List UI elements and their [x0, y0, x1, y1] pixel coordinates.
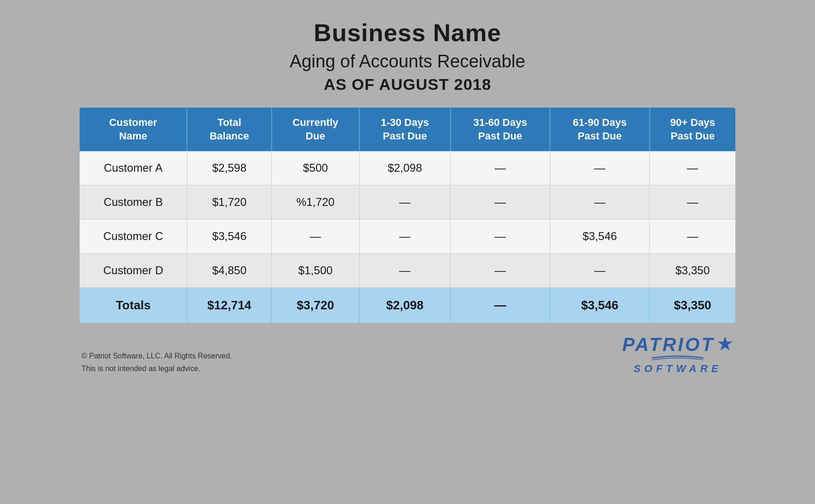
aging-table: CustomerName TotalBalance CurrentlyDue 1…: [80, 108, 735, 323]
table-row: Customer D$4,850$1,500———$3,350: [80, 254, 735, 288]
star-icon: [717, 336, 734, 352]
table-row: Customer B$1,720%1,720————: [80, 185, 735, 219]
col-header-31-60: 31-60 DaysPast Due: [451, 108, 550, 151]
col-header-90plus: 90+ DaysPast Due: [650, 108, 735, 151]
svg-marker-0: [718, 336, 733, 351]
row-1-col-6: —: [650, 185, 735, 219]
footer-text: © Patriot Software, LLC. All Rights Rese…: [82, 350, 232, 375]
copyright-line1: © Patriot Software, LLC. All Rights Rese…: [82, 350, 232, 362]
row-3-col-4: —: [451, 254, 550, 288]
totals-label: Totals: [80, 288, 187, 323]
report-container: Business Name Aging of Accounts Receivab…: [80, 19, 735, 375]
row-0-col-1: $2,598: [187, 151, 271, 185]
software-text: SOFTWARE: [634, 363, 722, 375]
table-row: Customer A$2,598$500$2,098———: [80, 151, 735, 185]
col-header-total: TotalBalance: [187, 108, 271, 151]
row-3-col-6: $3,350: [650, 254, 735, 288]
business-name: Business Name: [80, 19, 735, 47]
logo-star-container: [717, 336, 734, 354]
col-header-current: CurrentlyDue: [272, 108, 359, 151]
row-0-col-4: —: [451, 151, 550, 185]
swoosh-icon: [650, 354, 706, 362]
totals-row: Totals $12,714 $3,720 $2,098 — $3,546 $3…: [80, 288, 735, 323]
report-title: Aging of Accounts Receivable: [80, 51, 735, 72]
totals-currently-due: $3,720: [272, 288, 359, 323]
row-2-col-2: —: [272, 219, 359, 254]
row-1-col-4: —: [451, 185, 550, 219]
row-3-col-2: $1,500: [272, 254, 359, 288]
table-row: Customer C$3,546———$3,546—: [80, 219, 735, 254]
row-2-col-6: —: [650, 219, 735, 254]
row-0-col-6: —: [650, 151, 735, 185]
report-header: Business Name Aging of Accounts Receivab…: [80, 19, 735, 94]
table-header-row: CustomerName TotalBalance CurrentlyDue 1…: [80, 108, 735, 151]
patriot-logo: PATRIOT SOFTWARE: [622, 334, 734, 375]
copyright-line2: This is not intended as legal advice.: [82, 362, 232, 375]
col-header-1-30: 1-30 DaysPast Due: [359, 108, 451, 151]
row-1-col-1: $1,720: [187, 185, 271, 219]
row-3-col-0: Customer D: [80, 254, 187, 288]
row-3-col-3: —: [359, 254, 451, 288]
row-0-col-0: Customer A: [80, 151, 187, 185]
row-0-col-3: $2,098: [359, 151, 451, 185]
logo-top-row: PATRIOT: [622, 334, 734, 355]
col-header-61-90: 61-90 DaysPast Due: [550, 108, 650, 151]
totals-31-60: —: [451, 288, 550, 323]
row-2-col-4: —: [451, 219, 550, 254]
row-2-col-3: —: [359, 219, 451, 254]
totals-total-balance: $12,714: [187, 288, 271, 323]
row-1-col-3: —: [359, 185, 451, 219]
row-0-col-2: $500: [272, 151, 359, 185]
row-3-col-5: —: [550, 254, 650, 288]
row-0-col-5: —: [550, 151, 650, 185]
footer: © Patriot Software, LLC. All Rights Rese…: [80, 334, 735, 375]
row-1-col-5: —: [550, 185, 650, 219]
row-1-col-0: Customer B: [80, 185, 187, 219]
patriot-text: PATRIOT: [622, 334, 715, 355]
report-date: AS OF AUGUST 2018: [80, 75, 735, 94]
totals-61-90: $3,546: [550, 288, 650, 323]
row-2-col-1: $3,546: [187, 219, 271, 254]
col-header-customer: CustomerName: [80, 108, 187, 151]
row-3-col-1: $4,850: [187, 254, 271, 288]
row-1-col-2: %1,720: [272, 185, 359, 219]
row-2-col-0: Customer C: [80, 219, 187, 254]
totals-90plus: $3,350: [650, 288, 735, 323]
totals-1-30: $2,098: [359, 288, 451, 323]
row-2-col-5: $3,546: [550, 219, 650, 254]
